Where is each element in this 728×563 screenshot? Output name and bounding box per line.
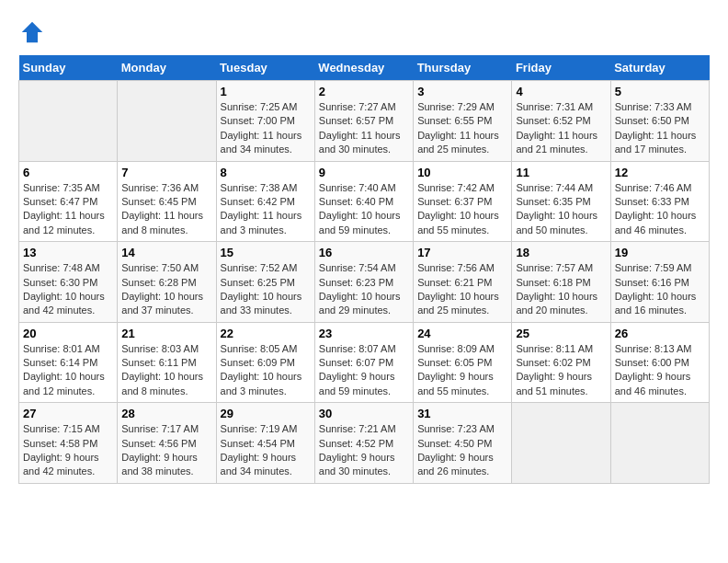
calendar-cell: 3Sunrise: 7:29 AMSunset: 6:55 PMDaylight…	[414, 81, 512, 162]
calendar-week-row: 1Sunrise: 7:25 AMSunset: 7:00 PMDaylight…	[19, 81, 710, 162]
calendar-cell: 30Sunrise: 7:21 AMSunset: 4:52 PMDayligh…	[314, 403, 413, 484]
day-info: Sunrise: 7:17 AMSunset: 4:56 PMDaylight:…	[121, 422, 211, 479]
calendar-cell: 2Sunrise: 7:27 AMSunset: 6:57 PMDaylight…	[314, 81, 413, 162]
calendar-cell: 16Sunrise: 7:54 AMSunset: 6:23 PMDayligh…	[314, 242, 413, 323]
day-number: 28	[121, 407, 211, 420]
day-number: 6	[23, 166, 113, 179]
day-info: Sunrise: 7:50 AMSunset: 6:28 PMDaylight:…	[121, 261, 211, 318]
day-info: Sunrise: 7:54 AMSunset: 6:23 PMDaylight:…	[319, 261, 409, 318]
logo	[18, 18, 50, 46]
day-info: Sunrise: 7:36 AMSunset: 6:45 PMDaylight:…	[121, 181, 211, 238]
day-number: 16	[319, 246, 409, 259]
calendar-cell	[19, 81, 118, 162]
day-info: Sunrise: 8:03 AMSunset: 6:11 PMDaylight:…	[121, 342, 211, 399]
calendar-cell: 26Sunrise: 8:13 AMSunset: 6:00 PMDayligh…	[610, 322, 709, 403]
day-header-thursday: Thursday	[414, 55, 512, 81]
calendar-cell: 7Sunrise: 7:36 AMSunset: 6:45 PMDaylight…	[118, 161, 216, 242]
day-info: Sunrise: 7:19 AMSunset: 4:54 PMDaylight:…	[221, 422, 311, 479]
day-number: 15	[221, 246, 311, 259]
day-info: Sunrise: 7:33 AMSunset: 6:50 PMDaylight:…	[615, 100, 705, 157]
day-number: 19	[615, 246, 705, 259]
day-number: 5	[615, 85, 705, 98]
calendar-cell: 31Sunrise: 7:23 AMSunset: 4:50 PMDayligh…	[414, 403, 512, 484]
day-info: Sunrise: 7:46 AMSunset: 6:33 PMDaylight:…	[615, 181, 705, 238]
logo-icon	[18, 18, 46, 46]
calendar-cell	[118, 81, 216, 162]
calendar-cell	[610, 403, 709, 484]
day-number: 2	[319, 85, 409, 98]
day-number: 31	[417, 407, 507, 420]
calendar-cell: 14Sunrise: 7:50 AMSunset: 6:28 PMDayligh…	[118, 242, 216, 323]
day-number: 1	[221, 85, 311, 98]
calendar-cell: 27Sunrise: 7:15 AMSunset: 4:58 PMDayligh…	[19, 403, 118, 484]
day-info: Sunrise: 7:23 AMSunset: 4:50 PMDaylight:…	[417, 422, 507, 479]
calendar-table: SundayMondayTuesdayWednesdayThursdayFrid…	[18, 55, 710, 484]
calendar-cell: 9Sunrise: 7:40 AMSunset: 6:40 PMDaylight…	[314, 161, 413, 242]
day-number: 10	[417, 166, 507, 179]
day-number: 17	[417, 246, 507, 259]
calendar-cell: 24Sunrise: 8:09 AMSunset: 6:05 PMDayligh…	[414, 322, 512, 403]
calendar-header-row: SundayMondayTuesdayWednesdayThursdayFrid…	[19, 55, 710, 81]
day-info: Sunrise: 8:09 AMSunset: 6:05 PMDaylight:…	[417, 342, 507, 399]
day-number: 27	[23, 407, 113, 420]
day-number: 18	[516, 246, 606, 259]
day-number: 11	[516, 166, 606, 179]
calendar-cell: 20Sunrise: 8:01 AMSunset: 6:14 PMDayligh…	[19, 322, 118, 403]
calendar-cell: 11Sunrise: 7:44 AMSunset: 6:35 PMDayligh…	[512, 161, 610, 242]
day-number: 8	[221, 166, 311, 179]
day-info: Sunrise: 8:07 AMSunset: 6:07 PMDaylight:…	[319, 342, 409, 399]
day-info: Sunrise: 7:56 AMSunset: 6:21 PMDaylight:…	[417, 261, 507, 318]
day-number: 13	[23, 246, 113, 259]
day-number: 22	[221, 327, 311, 340]
calendar-cell: 8Sunrise: 7:38 AMSunset: 6:42 PMDaylight…	[216, 161, 314, 242]
day-info: Sunrise: 7:27 AMSunset: 6:57 PMDaylight:…	[319, 100, 409, 157]
day-info: Sunrise: 7:21 AMSunset: 4:52 PMDaylight:…	[319, 422, 409, 479]
day-info: Sunrise: 7:25 AMSunset: 7:00 PMDaylight:…	[221, 100, 311, 157]
day-info: Sunrise: 7:35 AMSunset: 6:47 PMDaylight:…	[23, 181, 113, 238]
day-header-friday: Friday	[512, 55, 610, 81]
day-info: Sunrise: 8:01 AMSunset: 6:14 PMDaylight:…	[23, 342, 113, 399]
day-number: 21	[121, 327, 211, 340]
day-number: 30	[319, 407, 409, 420]
day-info: Sunrise: 7:44 AMSunset: 6:35 PMDaylight:…	[516, 181, 606, 238]
day-header-sunday: Sunday	[19, 55, 118, 81]
day-info: Sunrise: 7:29 AMSunset: 6:55 PMDaylight:…	[417, 100, 507, 157]
day-info: Sunrise: 7:40 AMSunset: 6:40 PMDaylight:…	[319, 181, 409, 238]
day-number: 23	[319, 327, 409, 340]
day-number: 4	[516, 85, 606, 98]
day-info: Sunrise: 7:59 AMSunset: 6:16 PMDaylight:…	[615, 261, 705, 318]
page-header	[18, 18, 710, 46]
calendar-cell: 12Sunrise: 7:46 AMSunset: 6:33 PMDayligh…	[610, 161, 709, 242]
calendar-week-row: 6Sunrise: 7:35 AMSunset: 6:47 PMDaylight…	[19, 161, 710, 242]
day-info: Sunrise: 7:48 AMSunset: 6:30 PMDaylight:…	[23, 261, 113, 318]
day-info: Sunrise: 7:57 AMSunset: 6:18 PMDaylight:…	[516, 261, 606, 318]
day-header-tuesday: Tuesday	[216, 55, 314, 81]
calendar-cell: 4Sunrise: 7:31 AMSunset: 6:52 PMDaylight…	[512, 81, 610, 162]
day-info: Sunrise: 7:52 AMSunset: 6:25 PMDaylight:…	[221, 261, 311, 318]
calendar-week-row: 20Sunrise: 8:01 AMSunset: 6:14 PMDayligh…	[19, 322, 710, 403]
calendar-cell: 17Sunrise: 7:56 AMSunset: 6:21 PMDayligh…	[414, 242, 512, 323]
calendar-cell: 5Sunrise: 7:33 AMSunset: 6:50 PMDaylight…	[610, 81, 709, 162]
day-number: 29	[221, 407, 311, 420]
calendar-week-row: 27Sunrise: 7:15 AMSunset: 4:58 PMDayligh…	[19, 403, 710, 484]
day-header-wednesday: Wednesday	[314, 55, 413, 81]
calendar-cell: 25Sunrise: 8:11 AMSunset: 6:02 PMDayligh…	[512, 322, 610, 403]
svg-marker-0	[22, 22, 43, 43]
calendar-cell: 6Sunrise: 7:35 AMSunset: 6:47 PMDaylight…	[19, 161, 118, 242]
calendar-week-row: 13Sunrise: 7:48 AMSunset: 6:30 PMDayligh…	[19, 242, 710, 323]
day-header-saturday: Saturday	[610, 55, 709, 81]
calendar-cell: 29Sunrise: 7:19 AMSunset: 4:54 PMDayligh…	[216, 403, 314, 484]
day-number: 12	[615, 166, 705, 179]
calendar-cell: 21Sunrise: 8:03 AMSunset: 6:11 PMDayligh…	[118, 322, 216, 403]
day-info: Sunrise: 8:11 AMSunset: 6:02 PMDaylight:…	[516, 342, 606, 399]
day-number: 9	[319, 166, 409, 179]
day-info: Sunrise: 7:31 AMSunset: 6:52 PMDaylight:…	[516, 100, 606, 157]
calendar-cell: 13Sunrise: 7:48 AMSunset: 6:30 PMDayligh…	[19, 242, 118, 323]
day-number: 26	[615, 327, 705, 340]
day-number: 3	[417, 85, 507, 98]
calendar-cell: 18Sunrise: 7:57 AMSunset: 6:18 PMDayligh…	[512, 242, 610, 323]
day-info: Sunrise: 7:42 AMSunset: 6:37 PMDaylight:…	[417, 181, 507, 238]
calendar-cell: 28Sunrise: 7:17 AMSunset: 4:56 PMDayligh…	[118, 403, 216, 484]
day-info: Sunrise: 8:13 AMSunset: 6:00 PMDaylight:…	[615, 342, 705, 399]
day-number: 24	[417, 327, 507, 340]
